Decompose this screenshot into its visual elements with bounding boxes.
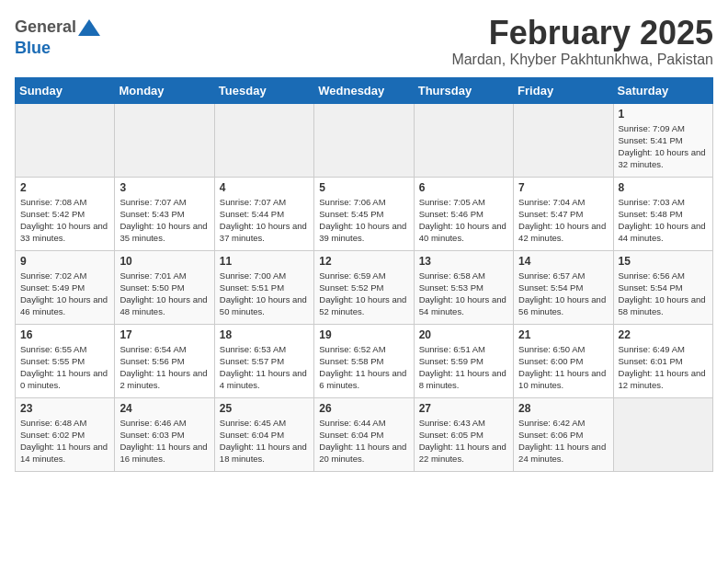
calendar-cell: 5Sunrise: 7:06 AM Sunset: 5:45 PM Daylig… [314,177,414,250]
calendar-cell: 8Sunrise: 7:03 AM Sunset: 5:48 PM Daylig… [613,177,712,250]
day-info: Sunrise: 7:05 AM Sunset: 5:46 PM Dayligh… [419,196,508,245]
day-info: Sunrise: 7:08 AM Sunset: 5:42 PM Dayligh… [20,196,109,245]
calendar-cell [314,103,414,177]
calendar-cell: 19Sunrise: 6:52 AM Sunset: 5:58 PM Dayli… [314,324,414,397]
day-info: Sunrise: 6:51 AM Sunset: 5:59 PM Dayligh… [419,343,508,392]
day-info: Sunrise: 7:03 AM Sunset: 5:48 PM Dayligh… [619,196,708,245]
calendar-cell: 16Sunrise: 6:55 AM Sunset: 5:55 PM Dayli… [16,324,115,397]
day-info: Sunrise: 6:52 AM Sunset: 5:58 PM Dayligh… [319,343,408,392]
day-number: 12 [319,255,408,268]
day-number: 23 [20,402,109,415]
day-number: 13 [419,255,508,268]
calendar-cell: 10Sunrise: 7:01 AM Sunset: 5:50 PM Dayli… [115,250,214,324]
weekday-header-friday: Friday [514,77,613,103]
calendar-header-row: SundayMondayTuesdayWednesdayThursdayFrid… [16,77,713,103]
logo-blue-text: Blue [15,39,51,57]
day-info: Sunrise: 6:50 AM Sunset: 6:00 PM Dayligh… [518,343,608,392]
day-info: Sunrise: 6:49 AM Sunset: 6:01 PM Dayligh… [619,343,708,392]
day-number: 15 [619,255,708,268]
weekday-header-tuesday: Tuesday [214,77,313,103]
calendar-week-1: 1Sunrise: 7:09 AM Sunset: 5:41 PM Daylig… [16,103,713,177]
day-info: Sunrise: 6:44 AM Sunset: 6:04 PM Dayligh… [319,417,408,465]
weekday-header-wednesday: Wednesday [314,77,414,103]
day-info: Sunrise: 6:43 AM Sunset: 6:05 PM Dayligh… [419,417,508,465]
month-title: February 2025 [451,15,713,52]
calendar-cell: 18Sunrise: 6:53 AM Sunset: 5:57 PM Dayli… [214,324,313,397]
calendar-cell: 9Sunrise: 7:02 AM Sunset: 5:49 PM Daylig… [16,250,115,324]
day-info: Sunrise: 7:07 AM Sunset: 5:43 PM Dayligh… [119,196,209,245]
day-info: Sunrise: 7:02 AM Sunset: 5:49 PM Dayligh… [20,270,109,318]
day-info: Sunrise: 6:55 AM Sunset: 5:55 PM Dayligh… [20,343,109,392]
day-number: 11 [220,255,309,268]
calendar-body: 1Sunrise: 7:09 AM Sunset: 5:41 PM Daylig… [16,103,713,471]
day-info: Sunrise: 6:59 AM Sunset: 5:52 PM Dayligh… [319,270,408,318]
day-number: 9 [20,255,109,268]
calendar-cell: 11Sunrise: 7:00 AM Sunset: 5:51 PM Dayli… [214,250,313,324]
calendar-cell: 4Sunrise: 7:07 AM Sunset: 5:44 PM Daylig… [214,177,313,250]
calendar-cell: 6Sunrise: 7:05 AM Sunset: 5:46 PM Daylig… [414,177,513,250]
day-info: Sunrise: 7:01 AM Sunset: 5:50 PM Dayligh… [119,270,209,318]
calendar-cell: 25Sunrise: 6:45 AM Sunset: 6:04 PM Dayli… [214,397,313,471]
day-info: Sunrise: 7:07 AM Sunset: 5:44 PM Dayligh… [220,196,309,245]
day-info: Sunrise: 6:56 AM Sunset: 5:54 PM Dayligh… [619,270,708,318]
day-info: Sunrise: 6:48 AM Sunset: 6:02 PM Dayligh… [20,417,109,465]
day-number: 10 [119,255,209,268]
day-info: Sunrise: 6:57 AM Sunset: 5:54 PM Dayligh… [518,270,608,318]
calendar-cell: 12Sunrise: 6:59 AM Sunset: 5:52 PM Dayli… [314,250,414,324]
day-info: Sunrise: 7:09 AM Sunset: 5:41 PM Dayligh… [619,122,708,171]
day-number: 20 [419,328,508,341]
day-number: 8 [619,181,708,194]
calendar-cell: 20Sunrise: 6:51 AM Sunset: 5:59 PM Dayli… [414,324,513,397]
day-number: 2 [20,181,109,194]
calendar-cell: 27Sunrise: 6:43 AM Sunset: 6:05 PM Dayli… [414,397,513,471]
day-number: 7 [518,181,608,194]
day-info: Sunrise: 6:46 AM Sunset: 6:03 PM Dayligh… [119,417,209,465]
weekday-header-saturday: Saturday [613,77,712,103]
calendar-cell: 22Sunrise: 6:49 AM Sunset: 6:01 PM Dayli… [613,324,712,397]
day-number: 27 [419,402,508,415]
calendar-cell: 23Sunrise: 6:48 AM Sunset: 6:02 PM Dayli… [16,397,115,471]
calendar-cell [414,103,513,177]
logo: General Blue [15,15,102,58]
svg-marker-0 [78,19,100,36]
calendar-cell [613,397,712,471]
calendar-week-3: 9Sunrise: 7:02 AM Sunset: 5:49 PM Daylig… [16,250,713,324]
location-title: Mardan, Khyber Pakhtunkhwa, Pakistan [451,52,713,68]
logo-general-text: General [15,17,76,37]
day-number: 1 [619,108,708,121]
calendar-week-2: 2Sunrise: 7:08 AM Sunset: 5:42 PM Daylig… [16,177,713,250]
calendar-cell [514,103,613,177]
day-number: 25 [220,402,309,415]
day-number: 16 [20,328,109,341]
day-number: 5 [319,181,408,194]
calendar-cell [214,103,313,177]
day-info: Sunrise: 6:42 AM Sunset: 6:06 PM Dayligh… [518,417,608,465]
day-number: 6 [419,181,508,194]
day-info: Sunrise: 7:06 AM Sunset: 5:45 PM Dayligh… [319,196,408,245]
calendar-cell: 17Sunrise: 6:54 AM Sunset: 5:56 PM Dayli… [115,324,214,397]
calendar-cell: 21Sunrise: 6:50 AM Sunset: 6:00 PM Dayli… [514,324,613,397]
day-number: 3 [119,181,209,194]
day-info: Sunrise: 6:54 AM Sunset: 5:56 PM Dayligh… [119,343,209,392]
day-number: 21 [518,328,608,341]
day-number: 14 [518,255,608,268]
calendar-cell [16,103,115,177]
day-number: 19 [319,328,408,341]
title-area: February 2025 Mardan, Khyber Pakhtunkhwa… [451,15,713,68]
calendar-cell [115,103,214,177]
day-info: Sunrise: 6:58 AM Sunset: 5:53 PM Dayligh… [419,270,508,318]
day-number: 24 [119,402,209,415]
calendar-cell: 15Sunrise: 6:56 AM Sunset: 5:54 PM Dayli… [613,250,712,324]
day-info: Sunrise: 7:04 AM Sunset: 5:47 PM Dayligh… [518,196,608,245]
weekday-header-monday: Monday [115,77,214,103]
day-number: 4 [220,181,309,194]
day-info: Sunrise: 7:00 AM Sunset: 5:51 PM Dayligh… [220,270,309,318]
calendar-cell: 7Sunrise: 7:04 AM Sunset: 5:47 PM Daylig… [514,177,613,250]
page-header: General Blue February 2025 Mardan, Khybe… [15,15,713,68]
calendar-cell: 13Sunrise: 6:58 AM Sunset: 5:53 PM Dayli… [414,250,513,324]
calendar-cell: 26Sunrise: 6:44 AM Sunset: 6:04 PM Dayli… [314,397,414,471]
calendar-cell: 1Sunrise: 7:09 AM Sunset: 5:41 PM Daylig… [613,103,712,177]
calendar-week-4: 16Sunrise: 6:55 AM Sunset: 5:55 PM Dayli… [16,324,713,397]
calendar-cell: 2Sunrise: 7:08 AM Sunset: 5:42 PM Daylig… [16,177,115,250]
day-number: 17 [119,328,209,341]
